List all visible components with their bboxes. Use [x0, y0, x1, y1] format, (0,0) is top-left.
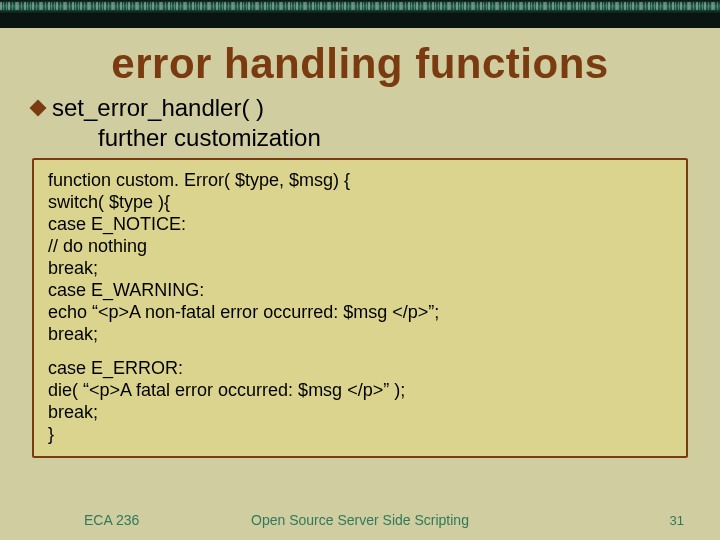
bullet-item: set_error_handler( ): [28, 94, 692, 122]
footer: ECA 236 Open Source Server Side Scriptin…: [0, 512, 720, 528]
code-line: }: [48, 424, 672, 446]
code-line: case E_NOTICE:: [48, 214, 672, 236]
code-line: function custom. Error( $type, $msg) {: [48, 170, 672, 192]
diamond-icon: [30, 100, 47, 117]
decorative-top-banner: [0, 0, 720, 28]
code-line: switch( $type ){: [48, 192, 672, 214]
bullet-subtext: further customization: [28, 124, 692, 152]
code-line: // do nothing: [48, 236, 672, 258]
slide-title: error handling functions: [28, 42, 692, 86]
code-line: break;: [48, 324, 672, 346]
code-line: break;: [48, 402, 672, 424]
bullet-text: set_error_handler( ): [52, 94, 264, 122]
footer-page-number: 31: [670, 513, 692, 528]
code-line: echo “<p>A non-fatal error occurred: $ms…: [48, 302, 672, 324]
code-block: function custom. Error( $type, $msg) { s…: [32, 158, 688, 457]
slide: error handling functions set_error_handl…: [0, 28, 720, 540]
code-line: die( “<p>A fatal error occurred: $msg </…: [48, 380, 672, 402]
code-line: break;: [48, 258, 672, 280]
code-line: case E_WARNING:: [48, 280, 672, 302]
footer-course: ECA 236: [28, 512, 139, 528]
footer-subtitle: Open Source Server Side Scripting: [251, 512, 469, 528]
code-line: case E_ERROR:: [48, 358, 672, 380]
